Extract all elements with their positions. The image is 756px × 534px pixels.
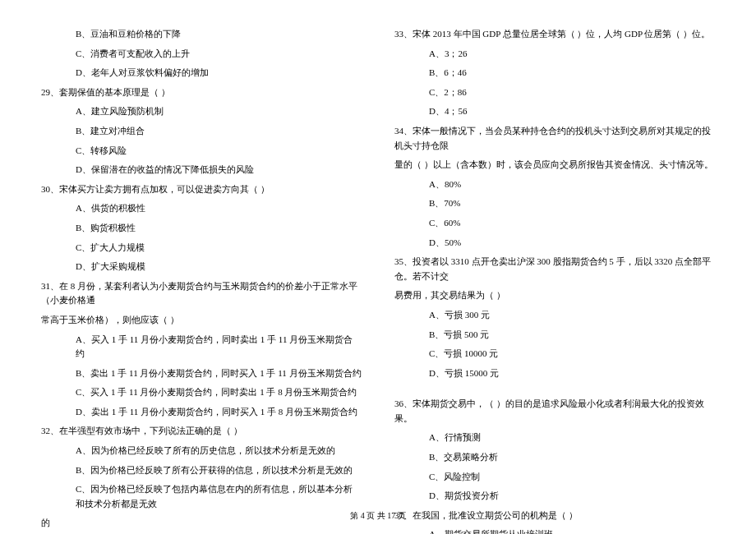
q32-option-a: A、因为价格已经反映了所有的历史信息，所以技术分析是无效的 [41, 441, 362, 461]
q35-option-a: A、亏损 300 元 [394, 306, 715, 325]
q31-stem-line1: 31、在 8 月份，某套利者认为小麦期货合约与玉米期货合约的价差小于正常水平（小… [41, 277, 362, 311]
q33-option-a: A、3；26 [394, 44, 715, 64]
q33-option-d: D、4；56 [394, 102, 715, 122]
q30-stem: 30、宋体买方让卖方拥有点加权，可以促进卖方向其（ ） [41, 180, 362, 200]
q33-option-b: B、6；46 [394, 63, 715, 83]
q29-option-d: D、保留潜在的收益的情况下降低损失的风险 [41, 160, 362, 180]
q32-stem: 32、在半强型有效市场中，下列说法正确的是（ ） [41, 421, 362, 441]
q36-stem: 36、宋体期货交易中，（ ）的目的是追求风险最小化或者利润最大化的投资效果。 [394, 394, 715, 428]
q35-option-c: C、亏损 10000 元 [394, 344, 715, 364]
q35-option-b: B、亏损 500 元 [394, 325, 715, 345]
q34-stem-line2: 量的（ ）以上（含本数）时，该会员应向交易所报告其资金情况、头寸情况等。 [394, 155, 715, 175]
q29-stem: 29、套期保值的基本原理是（ ） [41, 83, 362, 103]
spacer [394, 383, 715, 394]
q34-option-c: C、60% [394, 214, 715, 233]
content-columns: B、豆油和豆粕价格的下降 C、消费者可支配收入的上升 D、老年人对豆浆饮料偏好的… [33, 25, 723, 501]
q28-option-c: C、消费者可支配收入的上升 [41, 44, 362, 64]
q36-option-c: C、风险控制 [394, 467, 715, 487]
q30-option-c: C、扩大人力规模 [41, 238, 362, 258]
q32-option-c-line1: C、因为价格已经反映了包括内幕信息在内的所有信息，所以基本分析和技术分析都是无效 [41, 480, 362, 513]
q34-option-a: A、80% [394, 175, 715, 195]
left-column: B、豆油和豆粕价格的下降 C、消费者可支配收入的上升 D、老年人对豆浆饮料偏好的… [33, 25, 378, 501]
q34-option-b: B、70% [394, 194, 715, 214]
page-footer: 第 4 页 共 17 页 [0, 510, 756, 522]
q31-option-a: A、买入 1 手 11 月份小麦期货合约，同时卖出 1 手 11 月份玉米期货合… [41, 330, 362, 364]
q29-option-a: A、建立风险预防机制 [41, 102, 362, 122]
q36-option-d: D、期货投资分析 [394, 486, 715, 506]
q33-stem: 33、宋体 2013 年中国 GDP 总量位居全球第（ ）位，人均 GDP 位居… [394, 25, 715, 44]
q29-option-c: C、转移风险 [41, 141, 362, 161]
q36-option-a: A、行情预测 [394, 428, 715, 448]
q37-option-a: A、期货交易所期货从业培训班 [394, 525, 715, 534]
q35-stem-line2: 易费用，其交易结果为（ ） [394, 286, 715, 306]
q30-option-d: D、扩大采购规模 [41, 257, 362, 277]
q30-option-a: A、供货的积极性 [41, 199, 362, 219]
q31-option-d: D、卖出 1 手 11 月份小麦期货合约，同时买入 1 手 8 月份玉米期货合约 [41, 403, 362, 422]
q31-option-c: C、买入 1 手 11 月份小麦期货合约，同时卖出 1 手 8 月份玉米期货合约 [41, 383, 362, 403]
q33-option-c: C、2；86 [394, 83, 715, 103]
q29-option-b: B、建立对冲组合 [41, 122, 362, 141]
q28-option-b: B、豆油和豆粕价格的下降 [41, 25, 362, 44]
q31-stem-line2: 常高于玉米价格），则他应该（ ） [41, 311, 362, 330]
q31-option-b: B、卖出 1 手 11 月份小麦期货合约，同时买入 1 手 11 月份玉米期货合… [41, 364, 362, 384]
q32-option-b: B、因为价格已经反映了所有公开获得的信息，所以技术分析是无效的 [41, 461, 362, 481]
q34-stem-line1: 34、宋体一般情况下，当会员某种持仓合约的投机头寸达到交易所对其规定的投机头寸持… [394, 122, 715, 155]
q35-option-d: D、亏损 15000 元 [394, 364, 715, 384]
q34-option-d: D、50% [394, 233, 715, 253]
right-column: 33、宋体 2013 年中国 GDP 总量位居全球第（ ）位，人均 GDP 位居… [378, 25, 723, 501]
q35-stem-line1: 35、投资者以 3310 点开仓卖出沪深 300 股指期货合约 5 手，后以 3… [394, 252, 715, 286]
q36-option-b: B、交易策略分析 [394, 448, 715, 467]
q30-option-b: B、购货积极性 [41, 219, 362, 238]
q28-option-d: D、老年人对豆浆饮料偏好的增加 [41, 63, 362, 83]
